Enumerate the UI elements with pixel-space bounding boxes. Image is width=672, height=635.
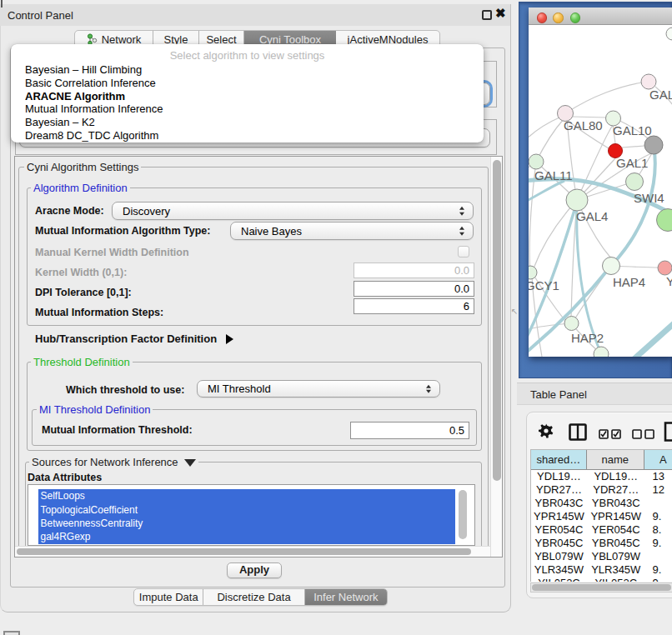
network-node-gal4[interactable] [566, 189, 588, 211]
algorithm-popup-item[interactable]: Dream8 DC_TDC Algorithm [11, 129, 484, 142]
settings-scrollpane: Cyni Algorithm Settings Algorithm Defini… [14, 156, 503, 558]
aracne-mode-combobox[interactable]: Discovery [112, 202, 474, 220]
network-node-swi4[interactable] [626, 173, 644, 191]
table-row[interactable]: YBR043CYBR043C [531, 497, 672, 510]
table-cell: YBR045C [531, 536, 587, 549]
expand-arrow-icon[interactable] [226, 334, 233, 344]
data-attribute-item[interactable]: gal4RGexp [38, 530, 455, 543]
unchecked-columns-icon[interactable] [632, 428, 655, 442]
minimized-window-icon[interactable] [3, 631, 20, 635]
network-node-gal11[interactable] [529, 154, 544, 169]
algorithm-popup-item[interactable]: Bayesian – Hill Climbing [11, 63, 484, 77]
network-node[interactable] [644, 136, 663, 154]
data-attribute-item[interactable]: TopologicalCoefficient [38, 503, 455, 517]
minimize-traffic-light-button[interactable] [553, 12, 564, 23]
table-cell: YER054C [587, 523, 645, 537]
which-threshold-combobox[interactable]: MI Threshold [197, 380, 440, 398]
data-attribute-item[interactable]: SelfLoops [38, 489, 455, 502]
settings-horizontal-scrollbar-thumb[interactable] [17, 548, 471, 555]
table-cell: YDL19… [531, 470, 587, 483]
mi-type-combobox[interactable]: Naive Bayes [230, 222, 474, 240]
tab-impute-data[interactable]: Impute Data [134, 589, 203, 605]
network-node-label: GAL1 [616, 156, 648, 170]
attributes-scrollbar-thumb[interactable] [459, 490, 467, 539]
kernel-width-field[interactable]: 0.0 [354, 262, 474, 278]
manual-kernel-label: Manual Kernel Width Definition [35, 247, 189, 258]
network-node-label: GAL4 [576, 209, 608, 223]
table-row[interactable]: YDR27…YDR27…12 [531, 483, 672, 497]
split-columns-icon[interactable] [569, 423, 587, 444]
network-canvas[interactable]: GAL7GAL80GAL10GAL1GAL11SWI4GAL4GCY1HAP4Y… [529, 25, 672, 357]
table-cell: 9. [645, 562, 672, 576]
document-icon[interactable] [664, 422, 672, 445]
mi-threshold-label: Mutual Information Threshold: [42, 424, 193, 436]
apply-button[interactable]: Apply [227, 562, 282, 578]
tab-discretize-data[interactable]: Discretize Data [203, 589, 304, 605]
checked-columns-icon[interactable] [599, 428, 622, 442]
gear-icon[interactable] [539, 423, 554, 442]
table-cell: YER054C [531, 523, 587, 537]
table-cell [645, 497, 672, 510]
manual-kernel-checkbox[interactable] [458, 246, 469, 258]
algorithm-popup-item[interactable]: Bayesian – K2 [11, 116, 484, 129]
algorithm-popup-item[interactable]: Basic Correlation Inference [11, 77, 484, 90]
network-node[interactable] [594, 347, 609, 357]
table-cell: YBL079W [531, 549, 587, 562]
mi-steps-field[interactable]: 6 [354, 298, 474, 314]
table-row[interactable]: YPR145WYPR145W9. [531, 510, 672, 523]
tab-impute-data-label: Impute Data [139, 591, 198, 603]
table-horizontal-scrollbar[interactable] [530, 582, 672, 592]
network-node-y[interactable] [658, 261, 672, 275]
float-window-icon[interactable] [482, 10, 492, 20]
settings-vertical-scrollbar-thumb[interactable] [493, 160, 501, 481]
table-cell: YPR145W [531, 510, 587, 523]
kernel-width-label: Kernel Width (0,1): [35, 267, 127, 278]
table-row[interactable]: YER054CYER054C8. [531, 523, 672, 537]
column-header-partial[interactable]: A [644, 450, 672, 469]
network-node-label: HAP2 [571, 331, 604, 345]
network-node-hap4[interactable] [603, 258, 620, 275]
network-node-label: GAL11 [534, 168, 573, 182]
table-row[interactable]: YBR045CYBR045C9. [531, 536, 672, 549]
dpi-tolerance-field[interactable]: 0.0 [354, 281, 474, 297]
mi-threshold-group: MI Threshold Definition Mutual Informati… [32, 409, 477, 446]
table-body: YDL19…YDL19…13YDR27…YDR27…12YBR043CYBR04… [531, 470, 672, 582]
network-window-titlebar[interactable] [529, 8, 672, 25]
close-traffic-light-button[interactable] [537, 12, 548, 23]
table-cell: YBL079W [587, 549, 645, 562]
algorithm-popup-item[interactable]: Mutual Information Inference [11, 102, 484, 116]
zoom-traffic-light-button[interactable] [570, 12, 581, 23]
column-header-name[interactable]: name [587, 450, 644, 469]
network-node-gcy1[interactable] [529, 266, 537, 279]
table-horizontal-scrollbar-thumb[interactable] [532, 584, 671, 591]
network-edge [622, 146, 644, 148]
which-threshold-label: Which threshold to use: [66, 384, 184, 396]
tab-infer-network[interactable]: Infer Network [305, 589, 387, 605]
collapse-arrow-icon[interactable] [184, 459, 196, 467]
table-row[interactable]: YDL19…YDL19…13 [531, 470, 672, 483]
table-cell: 8. [645, 523, 672, 537]
combo-arrows-icon [425, 384, 432, 393]
close-icon[interactable]: ✖ [495, 6, 506, 21]
mi-threshold-field[interactable]: 0.5 [350, 422, 469, 439]
network-node[interactable] [657, 209, 672, 232]
network-node-label: GAL80 [564, 118, 603, 132]
data-attributes-list[interactable]: SelfLoopsTopologicalCoefficientBetweenne… [28, 484, 475, 546]
network-node-label: HAP4 [613, 275, 645, 289]
network-node-hap2[interactable] [564, 317, 579, 331]
table-cell: 13 [645, 470, 672, 483]
data-attribute-item[interactable]: BetweennessCentrality [38, 517, 455, 530]
column-header-shared-name[interactable]: shared… [531, 450, 587, 469]
table-row[interactable]: YIL052CYIL052C9. [531, 576, 672, 582]
algorithm-popup-item[interactable]: ARACNE Algorithm [11, 90, 484, 103]
hub-definition-label[interactable]: Hub/Transcription Factor Definition [35, 332, 233, 345]
settings-vertical-scrollbar[interactable] [490, 157, 502, 557]
network-node[interactable] [666, 28, 672, 40]
table-cell: YIL052C [531, 576, 587, 582]
algorithm-popup-prompt: Select algorithm to view settings [11, 44, 484, 63]
sources-title[interactable]: Sources for Network Inference [29, 456, 198, 468]
settings-horizontal-scrollbar[interactable] [15, 546, 490, 557]
table-row[interactable]: YBL079WYBL079W [531, 549, 672, 562]
table-row[interactable]: YLR345WYLR345W9. [531, 562, 672, 576]
control-panel-titlebar[interactable]: Control Panel ✖ [0, 4, 510, 26]
